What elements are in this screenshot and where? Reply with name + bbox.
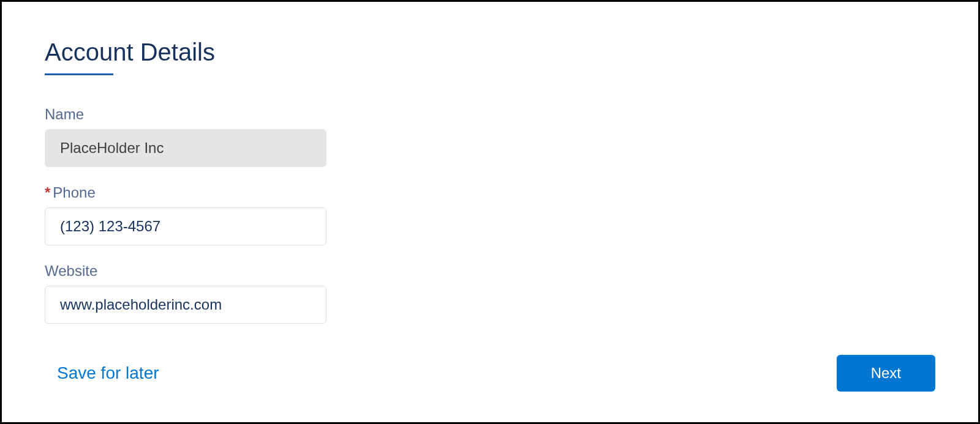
form-container: Account Details Name *Phone Website Save… (0, 0, 980, 424)
save-for-later-link[interactable]: Save for later (45, 363, 159, 383)
phone-label: *Phone (45, 184, 935, 201)
website-input[interactable] (45, 286, 326, 324)
website-field-group: Website (45, 262, 935, 324)
phone-input[interactable] (45, 207, 326, 245)
name-field-group: Name (45, 106, 935, 167)
form-footer: Save for later Next (45, 355, 935, 392)
phone-field-group: *Phone (45, 184, 935, 245)
website-label: Website (45, 262, 935, 280)
page-title: Account Details (45, 39, 935, 66)
title-underline (45, 73, 113, 75)
required-asterisk-icon: * (45, 184, 50, 201)
next-button[interactable]: Next (837, 355, 935, 392)
phone-label-text: Phone (53, 184, 95, 201)
name-input (45, 129, 326, 167)
name-label: Name (45, 106, 935, 123)
